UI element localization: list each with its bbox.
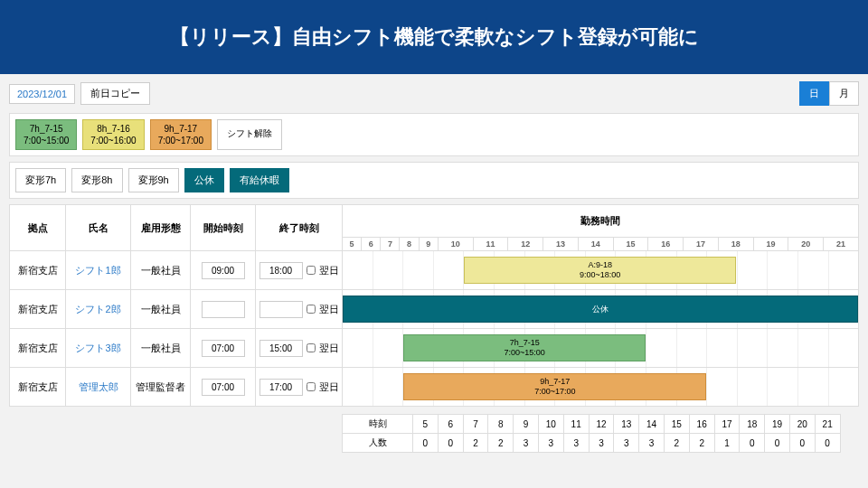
footer-count-cell: 2 [488, 434, 514, 453]
next-day-label: 翌日 [319, 380, 339, 394]
hour-header-cell: 12 [508, 238, 543, 251]
cell-location: 新宿支店 [10, 329, 66, 368]
type-chip[interactable]: 変形9h [128, 168, 179, 192]
cell-employment: 一般社員 [131, 251, 191, 290]
gantt-cell: 9h_7-177:00~17:00 [343, 368, 858, 406]
cell-name[interactable]: シフト2郎 [66, 290, 131, 329]
hour-header-cell: 17 [684, 238, 719, 251]
type-chip[interactable]: 変形8h [71, 168, 122, 192]
copy-prev-day-button[interactable]: 前日コピー [80, 82, 150, 105]
footer-hour-cell: 6 [438, 415, 463, 434]
shift-table: 拠点 氏名 雇用形態 開始時刻 終了時刻 勤務時間 56789101112131… [9, 204, 859, 407]
footer-hour-cell: 13 [614, 415, 639, 434]
shift-chip[interactable]: 9h_7-177:00~17:00 [150, 119, 212, 150]
footer-hour-cell: 16 [689, 415, 714, 434]
footer-hour-cell: 5 [413, 415, 439, 434]
cell-location: 新宿支店 [10, 290, 66, 329]
hour-header-cell: 19 [753, 238, 788, 251]
footer-time-label: 時刻 [343, 415, 413, 434]
footer-count-cell: 0 [438, 434, 463, 453]
start-time-input[interactable] [202, 340, 245, 357]
footer-hour-cell: 7 [463, 415, 488, 434]
footer-count-cell: 1 [714, 434, 740, 453]
footer-hour-cell: 10 [538, 415, 563, 434]
shift-bar[interactable]: 公休 [343, 296, 858, 323]
shift-row: 新宿支店シフト2郎一般社員翌日公休 [10, 290, 859, 329]
header-work-hours: 勤務時間 [343, 205, 859, 238]
hour-header-cell: 11 [473, 238, 508, 251]
cell-employment: 一般社員 [131, 329, 191, 368]
cell-employment: 管理監督者 [131, 368, 191, 407]
footer-hour-cell: 11 [563, 415, 589, 434]
footer-count-cell: 2 [689, 434, 714, 453]
header-name: 氏名 [66, 205, 131, 251]
next-day-checkbox[interactable] [307, 343, 316, 352]
hour-header-cell: 5 [343, 238, 362, 251]
footer-count-label: 人数 [343, 434, 413, 453]
gantt-cell: 公休 [343, 290, 858, 328]
view-month-button[interactable]: 月 [829, 81, 859, 106]
date-picker[interactable]: 2023/12/01 [9, 84, 75, 104]
shift-row: 新宿支店シフト1郎一般社員翌日A:9-189:00~18:00 [10, 251, 859, 290]
type-chip[interactable]: 有給休暇 [230, 168, 289, 192]
release-banner: 【リリース】自由シフト機能で柔軟なシフト登録が可能に [0, 0, 868, 74]
cell-location: 新宿支店 [10, 251, 66, 290]
footer-hour-cell: 9 [514, 415, 539, 434]
hour-header-cell: 8 [400, 238, 419, 251]
next-day-label: 翌日 [319, 303, 339, 316]
footer-hour-cell: 18 [740, 415, 765, 434]
next-day-checkbox[interactable] [307, 382, 316, 391]
gantt-cell: A:9-189:00~18:00 [343, 251, 858, 289]
hour-header-cell: 6 [362, 238, 381, 251]
start-time-input[interactable] [202, 301, 245, 318]
header-end: 終了時刻 [256, 205, 343, 251]
footer-count-cell: 2 [664, 434, 689, 453]
cell-employment: 一般社員 [131, 290, 191, 329]
footer-count-cell: 3 [514, 434, 539, 453]
shift-row: 新宿支店シフト3郎一般社員翌日7h_7-157:00~15:00 [10, 329, 859, 368]
view-day-button[interactable]: 日 [799, 81, 829, 106]
header-employment: 雇用形態 [131, 205, 191, 251]
cell-name[interactable]: シフト3郎 [66, 329, 131, 368]
footer-hour-cell: 14 [639, 415, 665, 434]
hour-header-cell: 21 [824, 238, 859, 251]
next-day-checkbox[interactable] [307, 266, 316, 275]
shift-bar[interactable]: 9h_7-177:00~17:00 [403, 373, 706, 400]
next-day-label: 翌日 [319, 342, 339, 355]
footer-hour-cell: 21 [815, 415, 840, 434]
end-time-input[interactable] [259, 340, 303, 357]
type-chip[interactable]: 変形7h [15, 168, 66, 192]
end-time-input[interactable] [259, 301, 303, 318]
footer-count-cell: 2 [463, 434, 488, 453]
footer-hour-cell: 12 [589, 415, 614, 434]
shift-chip[interactable]: 7h_7-157:00~15:00 [15, 119, 77, 150]
start-time-input[interactable] [202, 379, 245, 396]
next-day-checkbox[interactable] [307, 305, 316, 314]
shift-preset-row: 7h_7-157:00~15:008h_7-167:00~16:009h_7-1… [15, 119, 853, 150]
hour-header-cell: 10 [438, 238, 473, 251]
footer-count-cell: 3 [639, 434, 665, 453]
hour-header-cell: 20 [788, 238, 824, 251]
header-location: 拠点 [10, 205, 66, 251]
cell-location: 新宿支店 [10, 368, 66, 407]
footer-count-cell: 0 [765, 434, 790, 453]
footer-hour-cell: 8 [488, 415, 514, 434]
cell-name[interactable]: シフト1郎 [66, 251, 131, 290]
cell-name[interactable]: 管理太郎 [66, 368, 131, 407]
hour-header-cell: 14 [578, 238, 613, 251]
footer-hour-cell: 17 [714, 415, 740, 434]
end-time-input[interactable] [259, 379, 303, 396]
shift-bar[interactable]: A:9-189:00~18:00 [464, 257, 737, 284]
shift-chip[interactable]: 8h_7-167:00~16:00 [82, 119, 144, 150]
footer-count-cell: 3 [589, 434, 614, 453]
end-time-input[interactable] [259, 262, 303, 279]
next-day-label: 翌日 [319, 264, 339, 277]
shift-bar[interactable]: 7h_7-157:00~15:00 [403, 334, 646, 361]
hour-header-cell: 7 [381, 238, 400, 251]
shift-type-row: 変形7h変形8h変形9h公休有給休暇 [15, 168, 853, 192]
hour-header-cell: 16 [648, 238, 684, 251]
footer-hour-cell: 20 [789, 415, 815, 434]
start-time-input[interactable] [202, 262, 245, 279]
shift-release-button[interactable]: シフト解除 [217, 119, 282, 150]
type-chip[interactable]: 公休 [184, 168, 224, 192]
